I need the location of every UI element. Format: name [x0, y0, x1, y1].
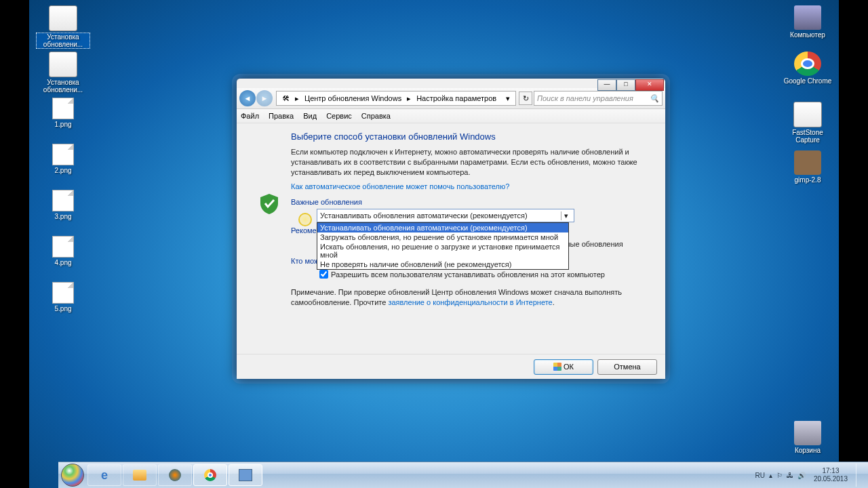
taskbar-wmp[interactable]	[158, 464, 192, 486]
desktop-icon-2png[interactable]: 2.png	[36, 144, 90, 174]
folder-icon	[133, 470, 146, 481]
desktop[interactable]: Установка обновлени... Установка обновле…	[29, 0, 839, 488]
desktop-icon-install-updates-1[interactable]: Установка обновлени...	[36, 5, 90, 49]
menu-tools[interactable]: Сервис	[326, 112, 352, 120]
chrome-icon	[794, 52, 821, 76]
tray-show-hidden-icon[interactable]: ▴	[769, 472, 772, 479]
windows-update-settings-window: — □ ✕ ◄ ► 🛠▸ Центр обновления Windows▸ Н…	[236, 78, 666, 380]
menu-bar: Файл Правка Вид Сервис Справка	[237, 109, 665, 123]
shield-small-icon	[553, 363, 561, 371]
computer-icon	[794, 5, 821, 30]
taskbar-chrome[interactable]	[193, 464, 227, 486]
option-download-only[interactable]: Загружать обновления, но решение об уста…	[317, 232, 568, 242]
desktop-icon-3png[interactable]: 3.png	[36, 190, 90, 220]
control-panel-icon: 🛠	[279, 94, 292, 102]
option-check-only[interactable]: Искать обновления, но решение о загрузке…	[317, 242, 568, 260]
taskbar-explorer[interactable]	[123, 464, 157, 486]
menu-edit[interactable]: Правка	[269, 112, 294, 120]
cursor-indicator	[298, 213, 312, 226]
refresh-button[interactable]: ↻	[519, 92, 532, 105]
privacy-link[interactable]: заявление о конфиденциальности в Интерне…	[388, 298, 552, 306]
wmp-icon	[169, 469, 181, 481]
desktop-icon-chrome[interactable]: Google Chrome	[781, 52, 835, 85]
desktop-icon-1png[interactable]: 1.png	[36, 98, 90, 128]
option-never-check[interactable]: Не проверять наличие обновлений (не реко…	[317, 260, 568, 269]
menu-file[interactable]: Файл	[241, 112, 259, 120]
ok-button[interactable]: ОК	[534, 359, 593, 375]
tray-clock[interactable]: 17:1320.05.2013	[810, 467, 852, 483]
refresh-icon: ↻	[523, 94, 529, 103]
chevron-down-icon: ▾	[561, 211, 571, 220]
help-link[interactable]: Как автоматическое обновление может помо…	[291, 182, 509, 190]
description-text: Если компьютер подключен к Интернету, мо…	[291, 147, 646, 178]
desktop-icon-gimp[interactable]: gimp-2.8	[781, 150, 835, 184]
gimp-icon	[794, 150, 821, 175]
tray-lang[interactable]: RU	[755, 472, 764, 479]
trash-icon	[794, 421, 821, 445]
cancel-button[interactable]: Отмена	[597, 359, 657, 375]
tray-flag-icon[interactable]: ⚐	[776, 472, 783, 479]
maximize-button[interactable]: □	[616, 79, 635, 91]
faststone-icon	[793, 102, 822, 127]
taskbar-control-panel[interactable]	[229, 464, 262, 486]
forward-button[interactable]: ►	[256, 90, 273, 106]
desktop-icon-5png[interactable]: 5.png	[36, 282, 90, 312]
update-mode-combobox[interactable]: Устанавливать обновления автоматически (…	[317, 209, 574, 222]
ie-icon: e	[101, 468, 108, 483]
privacy-note: Примечание. При проверке обновлений Цент…	[291, 287, 646, 308]
desktop-icon-trash[interactable]: Корзина	[781, 421, 835, 454]
desktop-icon-faststone[interactable]: FastStone Capture	[781, 102, 835, 144]
desktop-icon-install-updates-2[interactable]: Установка обновлени...	[36, 52, 90, 94]
titlebar[interactable]: — □ ✕	[237, 79, 665, 88]
control-panel-icon	[239, 469, 252, 481]
content-area: Выберите способ установки обновлений Win…	[237, 123, 665, 357]
desktop-icon-computer[interactable]: Компьютер	[781, 5, 835, 39]
show-desktop-button[interactable]	[856, 464, 863, 487]
back-button[interactable]: ◄	[239, 90, 256, 106]
tray-network-icon[interactable]: 🖧	[787, 472, 793, 479]
search-icon: 🔍	[650, 94, 659, 103]
start-button[interactable]	[58, 462, 87, 488]
windows-orb-icon	[61, 464, 84, 487]
shield-icon	[260, 194, 278, 214]
option-auto-install[interactable]: Устанавливать обновления автоматически (…	[317, 223, 568, 232]
nav-bar: ◄ ► 🛠▸ Центр обновления Windows▸ Настрой…	[237, 88, 665, 109]
taskbar-ie[interactable]: e	[87, 464, 121, 486]
breadcrumb[interactable]: 🛠▸ Центр обновления Windows▸ Настройка п…	[276, 91, 516, 106]
section-important-updates: Важные обновления	[291, 198, 646, 206]
search-input[interactable]: Поиск в панели управления🔍	[534, 91, 663, 106]
chrome-icon	[204, 469, 216, 481]
menu-help[interactable]: Справка	[361, 112, 391, 120]
button-row: ОК Отмена	[237, 354, 665, 379]
minimize-button[interactable]: —	[597, 79, 616, 91]
system-tray: RU ▴ ⚐ 🖧 🔊 17:1320.05.2013	[750, 462, 868, 488]
desktop-icon-4png[interactable]: 4.png	[36, 236, 90, 266]
close-button[interactable]: ✕	[635, 79, 664, 91]
tray-volume-icon[interactable]: 🔊	[797, 472, 806, 479]
update-mode-dropdown: Устанавливать обновления автоматически (…	[317, 222, 569, 270]
taskbar: e RU ▴ ⚐ 🖧 🔊 17:1320.05.2013	[58, 462, 868, 488]
menu-view[interactable]: Вид	[303, 112, 317, 120]
page-heading: Выберите способ установки обновлений Win…	[291, 131, 646, 142]
